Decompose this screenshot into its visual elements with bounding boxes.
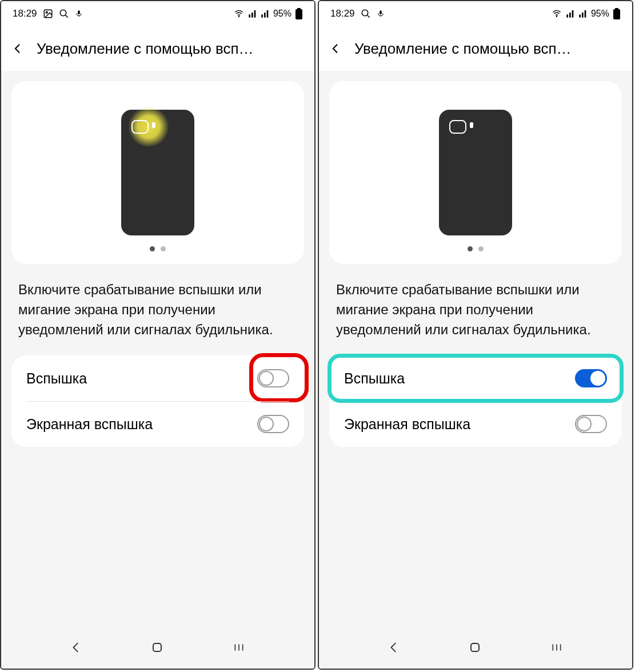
pager-dot-active: [468, 246, 473, 251]
svg-rect-5: [251, 13, 253, 18]
svg-rect-23: [585, 10, 586, 18]
settings-list: Вспышка Экранная вспышка: [11, 355, 304, 447]
search-icon: [361, 9, 371, 19]
setting-label: Вспышка: [344, 370, 405, 387]
status-bar: 18:29 95%: [319, 1, 632, 26]
pager-dot: [478, 246, 484, 251]
svg-rect-8: [264, 13, 266, 18]
illustration-card[interactable]: [329, 81, 622, 264]
status-bar: 18:29 95%: [1, 1, 314, 26]
settings-list: Вспышка Экранная вспышка: [329, 355, 622, 447]
flash-toggle[interactable]: [575, 369, 607, 387]
nav-recents-icon[interactable]: [550, 642, 564, 655]
page-header: Уведомление с помощью всп…: [1, 26, 314, 71]
phone-back-illustration: [439, 110, 512, 235]
battery-icon: [613, 8, 621, 19]
battery-percent: 95%: [273, 9, 291, 19]
screen-flash-toggle[interactable]: [257, 415, 289, 433]
camera-icon: [449, 120, 466, 134]
nav-home-icon[interactable]: [468, 641, 482, 657]
setting-label: Экранная вспышка: [344, 416, 470, 433]
description-text: Включите срабатывание вспышки или мигани…: [329, 264, 622, 355]
nav-back-icon[interactable]: [388, 641, 400, 656]
svg-rect-21: [579, 14, 581, 17]
svg-point-2: [60, 10, 66, 16]
voice-icon: [377, 9, 385, 19]
pager-dot: [161, 246, 166, 251]
flash-led-icon: [470, 122, 473, 128]
svg-rect-18: [566, 14, 568, 17]
flash-led-icon: [152, 122, 155, 128]
setting-label: Экранная вспышка: [26, 416, 153, 433]
screen-flash-toggle[interactable]: [575, 415, 607, 433]
phone-screenshot-right: 18:29 95% Уве: [318, 0, 633, 670]
page-header: Уведомление с помощью всп…: [319, 26, 632, 71]
svg-rect-11: [297, 8, 301, 10]
battery-icon: [295, 8, 303, 19]
svg-rect-12: [153, 643, 161, 651]
status-time: 18:29: [330, 8, 355, 19]
nav-recents-icon[interactable]: [232, 642, 246, 655]
signal-icon-2: [578, 9, 588, 18]
back-button[interactable]: [327, 40, 344, 57]
svg-rect-24: [613, 9, 620, 19]
battery-percent: 95%: [591, 9, 609, 19]
svg-rect-20: [572, 10, 574, 18]
setting-row-flash[interactable]: Вспышка: [329, 355, 622, 401]
phone-screenshot-left: 18:29 95%: [0, 0, 315, 670]
phone-back-illustration: [121, 110, 194, 235]
signal-icon-2: [261, 9, 270, 18]
navigation-bar: [1, 629, 314, 669]
pager-dot-active: [150, 246, 155, 251]
wifi-icon: [551, 9, 562, 18]
setting-row-flash[interactable]: Вспышка: [11, 355, 304, 401]
svg-point-1: [46, 11, 47, 13]
pager-indicator: [150, 246, 166, 251]
flash-toggle[interactable]: [257, 369, 289, 387]
svg-rect-6: [254, 10, 256, 18]
page-title: Уведомление с помощью всп…: [354, 40, 572, 58]
setting-row-screen-flash[interactable]: Экранная вспышка: [329, 401, 622, 447]
pager-indicator: [468, 246, 484, 251]
status-time: 18:29: [13, 8, 37, 19]
page-title: Уведомление с помощью всп…: [37, 40, 254, 58]
setting-label: Вспышка: [26, 370, 87, 387]
svg-rect-19: [569, 13, 571, 18]
svg-rect-9: [267, 10, 269, 18]
nav-back-icon[interactable]: [70, 641, 82, 656]
svg-rect-7: [261, 14, 263, 17]
svg-point-17: [556, 16, 557, 17]
svg-rect-22: [582, 13, 584, 18]
back-button[interactable]: [9, 40, 26, 57]
svg-rect-26: [471, 643, 479, 651]
description-text: Включите срабатывание вспышки или мигани…: [11, 264, 304, 355]
camera-icon: [131, 120, 149, 134]
svg-rect-25: [615, 8, 618, 10]
nav-home-icon[interactable]: [150, 641, 164, 657]
svg-rect-4: [249, 14, 250, 17]
voice-icon: [75, 9, 83, 19]
illustration-card[interactable]: [11, 81, 304, 264]
setting-row-screen-flash[interactable]: Экранная вспышка: [11, 401, 304, 447]
svg-point-3: [238, 16, 239, 17]
svg-point-16: [362, 10, 368, 16]
wifi-icon: [233, 9, 245, 18]
search-icon: [59, 9, 69, 19]
signal-icon: [566, 9, 575, 18]
image-icon: [43, 9, 53, 19]
svg-rect-10: [295, 9, 302, 19]
signal-icon: [248, 9, 257, 18]
navigation-bar: [319, 629, 632, 669]
